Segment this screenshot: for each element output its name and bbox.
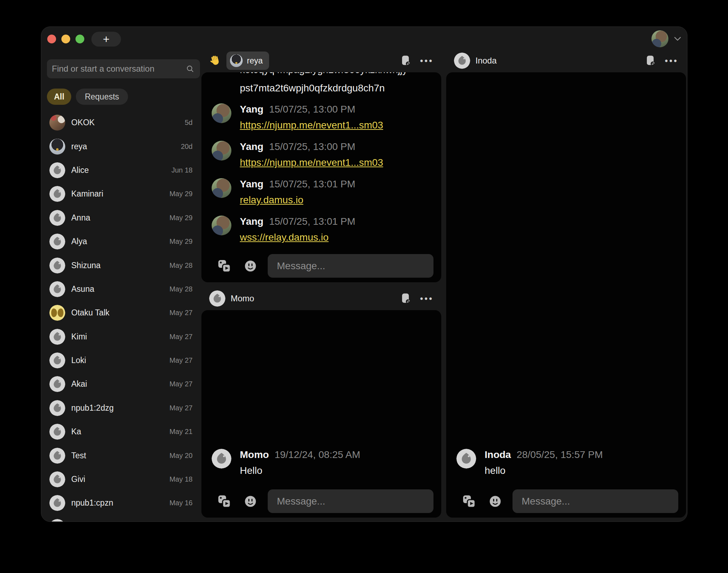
tab-all[interactable]: All (47, 89, 71, 105)
zoom-button[interactable] (75, 35, 84, 43)
chat-card-reya: ket6qyq4mpag2lygh1wf366ykzkhwnjjy pst7mt… (201, 72, 441, 282)
conversation-avatar (49, 424, 65, 440)
message-author: Yang (240, 104, 263, 115)
conversation-avatar (49, 162, 65, 178)
sidebar: AllRequests OKOK5dreya20dAliceJun 18Kami… (47, 59, 200, 521)
conversation-avatar (49, 519, 65, 521)
conversation-item[interactable]: AlyaMay 29 (47, 230, 200, 253)
minimize-button[interactable] (61, 35, 70, 43)
message-author: Yang (240, 216, 263, 227)
chat-card-momo: Momo19/12/24, 08:25 AMHello (201, 310, 441, 518)
conversation-date: May 29 (169, 214, 193, 222)
user-avatar[interactable] (651, 30, 668, 47)
message-author: Yang (240, 179, 263, 189)
conversation-item[interactable]: KaminariMay 29 (47, 182, 200, 206)
message-text: Hello (240, 465, 262, 476)
more-options-icon[interactable]: ••• (420, 294, 433, 303)
message-avatar (212, 141, 231, 161)
message-input[interactable] (268, 489, 433, 513)
conversation-name: Kaminari (71, 189, 103, 199)
conversation-date: May 20 (169, 452, 193, 460)
message-link[interactable]: relay.damus.io (240, 194, 303, 205)
media-picker-icon[interactable] (217, 259, 231, 273)
message-timestamp: 19/12/24, 08:25 AM (274, 449, 360, 460)
message-input[interactable] (268, 254, 433, 278)
conversation-item[interactable]: AliceJun 18 (47, 158, 200, 182)
conversation-list: OKOK5dreya20dAliceJun 18KaminariMay 29An… (47, 111, 200, 521)
conversation-name: Alice (71, 165, 89, 175)
conversation-date: 20d (181, 143, 193, 151)
new-chat-button[interactable]: + (91, 32, 121, 47)
conversation-item[interactable]: GiviMay 18 (47, 468, 200, 491)
message-timestamp: 28/05/25, 15:57 PM (517, 449, 603, 460)
search-input[interactable] (52, 64, 186, 74)
conversation-item[interactable]: KaMay 21 (47, 420, 200, 444)
message-link[interactable]: https://njump.me/nevent1...sm03 (240, 120, 383, 131)
message-link[interactable]: wss://relay.damus.io (240, 232, 329, 243)
note-edit-icon[interactable] (402, 293, 410, 304)
chat-header-inoda: Inoda ••• (446, 49, 686, 72)
conversation-date: May 21 (169, 428, 193, 436)
message: Yang15/07/25, 13:01 PMrelay.damus.io (210, 178, 433, 206)
conversation-item[interactable]: Otaku TalkMay 27 (47, 301, 200, 325)
emoji-picker-icon[interactable] (244, 260, 256, 272)
message-list: Momo19/12/24, 08:25 AMHello (210, 440, 433, 477)
chevron-down-icon[interactable] (674, 37, 681, 41)
conversation-date: 5d (185, 119, 193, 127)
conversation-item[interactable]: npub1:2dzgMay 27 (47, 396, 200, 420)
more-options-icon[interactable]: ••• (665, 56, 678, 65)
conversation-item[interactable]: AkaiMay 27 (47, 372, 200, 396)
message: Yang15/07/25, 13:01 PMwss://relay.damus.… (210, 216, 433, 243)
conversation-avatar (49, 352, 65, 368)
search-box[interactable] (47, 59, 200, 78)
search-icon (186, 65, 194, 73)
conversation-item[interactable]: reya20d (47, 134, 200, 158)
more-options-icon[interactable]: ••• (420, 56, 433, 65)
conversation-avatar (49, 400, 65, 416)
message-input[interactable] (512, 489, 678, 513)
conversation-item[interactable] (47, 515, 200, 521)
conversation-avatar (49, 376, 65, 392)
conversation-item[interactable]: LokiMay 27 (47, 349, 200, 372)
conversation-avatar (49, 281, 65, 297)
conversation-date: May 28 (169, 261, 193, 270)
conversation-item[interactable]: OKOK5d (47, 111, 200, 134)
note-edit-icon[interactable] (647, 55, 655, 66)
conversation-avatar (49, 258, 65, 273)
conversation-avatar (49, 495, 65, 511)
account-menu[interactable] (651, 30, 681, 47)
peer-name: Momo (231, 294, 254, 303)
peer-avatar (230, 54, 243, 67)
conversation-avatar (49, 115, 65, 131)
conversation-item[interactable]: npub1:cpznMay 16 (47, 491, 200, 515)
message-list: Inoda28/05/25, 15:57 PMhello (455, 440, 678, 477)
conversation-name: Kimi (71, 332, 87, 342)
conversation-name: Akai (71, 379, 87, 389)
peer-chip-reya[interactable]: reya (226, 52, 269, 70)
conversation-item[interactable]: AsunaMay 28 (47, 277, 200, 301)
conversation-name: npub1:cpzn (71, 498, 113, 508)
emoji-picker-icon[interactable] (244, 495, 256, 507)
emoji-picker-icon[interactable] (489, 495, 501, 507)
note-edit-icon[interactable] (402, 55, 410, 66)
conversation-date: May 27 (169, 309, 193, 317)
close-button[interactable] (47, 35, 56, 43)
conversation-avatar (49, 329, 65, 345)
tab-requests[interactable]: Requests (76, 89, 128, 105)
filter-tabs: AllRequests (47, 89, 200, 105)
message-avatar (212, 103, 231, 123)
conversation-name: OKOK (71, 118, 95, 127)
media-picker-icon[interactable] (217, 494, 231, 508)
conversation-item[interactable]: TestMay 20 (47, 444, 200, 467)
conversation-item[interactable]: AnnaMay 29 (47, 206, 200, 230)
conversation-item[interactable]: KimiMay 27 (47, 325, 200, 349)
media-picker-icon[interactable] (462, 494, 476, 508)
message-text: hello (485, 465, 505, 476)
message-link[interactable]: https://njump.me/nevent1...sm03 (240, 157, 383, 168)
conversation-item[interactable]: ShizunaMay 28 (47, 253, 200, 277)
conversation-avatar (49, 305, 65, 321)
conversation-date: May 29 (169, 190, 193, 198)
peer-name: reya (247, 56, 263, 66)
conversation-name: Givi (71, 475, 85, 484)
wave-icon (208, 54, 221, 67)
